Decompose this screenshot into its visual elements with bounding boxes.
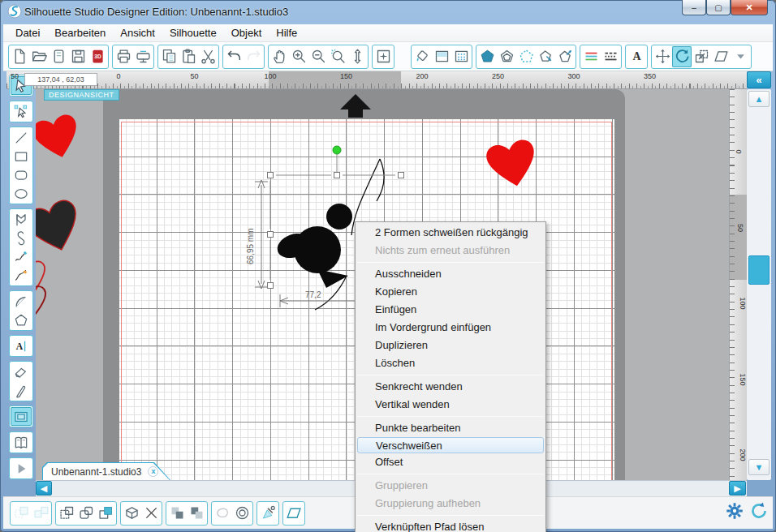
line-style-button[interactable]	[601, 46, 620, 67]
menu-bearbeiten[interactable]: Bearbeiten	[47, 25, 113, 41]
draw-polygon-button[interactable]	[11, 210, 32, 229]
draw-ellipse-button[interactable]	[11, 184, 32, 203]
more-options-button[interactable]	[731, 46, 750, 67]
style-sketch-button[interactable]	[555, 46, 575, 67]
offset-button[interactable]	[213, 503, 232, 524]
fit-to-page-button[interactable]	[373, 46, 393, 67]
context-menu-item[interactable]: Löschen	[356, 354, 545, 372]
bring-to-front-button[interactable]	[167, 503, 187, 524]
redo-button[interactable]	[244, 46, 263, 67]
style-shadow-button[interactable]	[497, 46, 516, 67]
draw-curve-button[interactable]	[11, 229, 32, 247]
library-button[interactable]	[11, 433, 32, 452]
pan-arrows-button[interactable]	[347, 46, 367, 67]
collapse-panel-button[interactable]: «	[747, 71, 771, 88]
minimize-button[interactable]: –	[682, 0, 706, 15]
vertical-scrollbar[interactable]	[747, 89, 771, 480]
draw-line-button[interactable]	[11, 128, 32, 147]
design-store-button[interactable]: 3D	[88, 46, 107, 67]
copy-button[interactable]	[159, 46, 179, 67]
concentric-offset-button[interactable]	[232, 503, 252, 524]
zoom-selection-button[interactable]	[328, 46, 347, 67]
context-menu-item[interactable]: Ausschneiden	[356, 265, 545, 283]
draw-arc-button[interactable]	[11, 292, 32, 311]
eraser-button[interactable]	[11, 363, 32, 381]
scroll-down-button[interactable]: ▼	[748, 459, 770, 475]
style-arrow-button[interactable]	[536, 46, 555, 67]
document-tab[interactable]: Unbenannt-1.studio3 x	[42, 462, 170, 480]
context-menu-item[interactable]: Vertikal wenden	[356, 396, 545, 414]
menu-silhouette[interactable]: Silhouette	[162, 25, 224, 41]
draw-rectangle-button[interactable]	[11, 147, 32, 165]
context-menu-item[interactable]: Verknüpften Pfad lösen	[356, 518, 545, 532]
transform-move-button[interactable]	[653, 46, 672, 67]
rotation-handle[interactable]	[333, 146, 341, 154]
heart-shape-red-onpage[interactable]	[485, 138, 541, 191]
fill-pattern-button[interactable]	[451, 46, 471, 67]
context-menu-item[interactable]: Einfügen	[356, 301, 545, 319]
trace-button[interactable]	[258, 503, 278, 524]
zoom-in-button[interactable]	[289, 46, 308, 67]
heart-shape-dark-offpage[interactable]	[36, 198, 85, 258]
select-shapes-button[interactable]	[57, 503, 76, 524]
heart-outline-darkred-offpage[interactable]	[36, 285, 49, 319]
print-button[interactable]	[114, 46, 133, 67]
new-document-button[interactable]	[10, 46, 29, 67]
context-menu-item[interactable]: Duplizieren	[356, 337, 545, 354]
send-to-back-button[interactable]	[187, 503, 206, 524]
context-menu-item[interactable]: Offset	[356, 453, 545, 471]
close-button[interactable]: ✕	[731, 0, 768, 15]
transform-rotate-button[interactable]	[672, 46, 692, 67]
vertical-scroll-thumb[interactable]	[748, 255, 770, 285]
style-solid-button[interactable]	[477, 46, 497, 67]
context-menu-item[interactable]: Kopieren	[356, 283, 545, 301]
style-dashed-button[interactable]	[516, 46, 536, 67]
weld-button[interactable]	[96, 503, 115, 524]
page-tool-button[interactable]	[11, 407, 32, 426]
save-button[interactable]	[68, 46, 88, 67]
page-settings-button[interactable]	[49, 46, 68, 67]
titlebar[interactable]: Silhouette Studio Designer Edition: Unbe…	[0, 0, 776, 24]
menu-objekt[interactable]: Objekt	[224, 25, 269, 41]
fill-gradient-button[interactable]	[432, 46, 451, 67]
context-menu-item[interactable]: Verschweißen	[357, 437, 544, 453]
context-menu-item[interactable]: Im Vordergrund einfügen	[356, 319, 545, 337]
group-button[interactable]	[11, 503, 31, 524]
text-tool-button[interactable]: A	[11, 337, 32, 355]
context-menu-item[interactable]: Punkte bearbeiten	[356, 419, 545, 437]
edit-points-button[interactable]	[11, 102, 32, 121]
knife-button[interactable]	[11, 381, 32, 400]
send-to-cut-button[interactable]	[11, 459, 32, 478]
delete-button[interactable]	[141, 503, 161, 524]
zoom-out-button[interactable]	[308, 46, 328, 67]
context-menu-item[interactable]: 2 Formen schweißen rückgängig	[356, 224, 545, 242]
ungroup-button[interactable]	[31, 503, 50, 524]
sketch-button[interactable]	[284, 503, 304, 524]
transform-shear-button[interactable]	[711, 46, 731, 67]
text-style-button[interactable]: A	[627, 46, 646, 67]
undo-button[interactable]	[224, 46, 244, 67]
open-document-button[interactable]	[29, 46, 49, 67]
object-3d-button[interactable]	[122, 503, 141, 524]
preferences-gear-button[interactable]	[724, 500, 747, 523]
menu-ansicht[interactable]: Ansicht	[113, 25, 162, 41]
transform-scale-button[interactable]	[692, 46, 711, 67]
draw-freehand-button[interactable]	[11, 247, 32, 266]
scroll-right-button[interactable]: ▶	[729, 481, 746, 496]
tab-close-icon[interactable]: x	[148, 466, 158, 477]
fill-color-button[interactable]	[412, 46, 432, 67]
maximize-button[interactable]: ▢	[706, 0, 731, 15]
context-menu-item[interactable]: Senkrecht wenden	[356, 378, 545, 396]
scroll-left-button[interactable]: ◀	[36, 481, 52, 496]
draw-smooth-freehand-button[interactable]	[11, 266, 32, 285]
menu-datei[interactable]: Datei	[8, 25, 47, 41]
send-to-silhouette-button[interactable]	[133, 46, 153, 67]
cut-button[interactable]	[198, 46, 218, 67]
scroll-up-button[interactable]: ▲	[748, 91, 770, 107]
line-color-button[interactable]	[581, 46, 601, 67]
draw-rounded-rectangle-button[interactable]	[11, 165, 32, 184]
draw-regular-polygon-button[interactable]	[11, 311, 32, 329]
pan-hand-button[interactable]	[269, 46, 289, 67]
sync-button[interactable]	[748, 500, 771, 523]
paste-button[interactable]	[179, 46, 198, 67]
